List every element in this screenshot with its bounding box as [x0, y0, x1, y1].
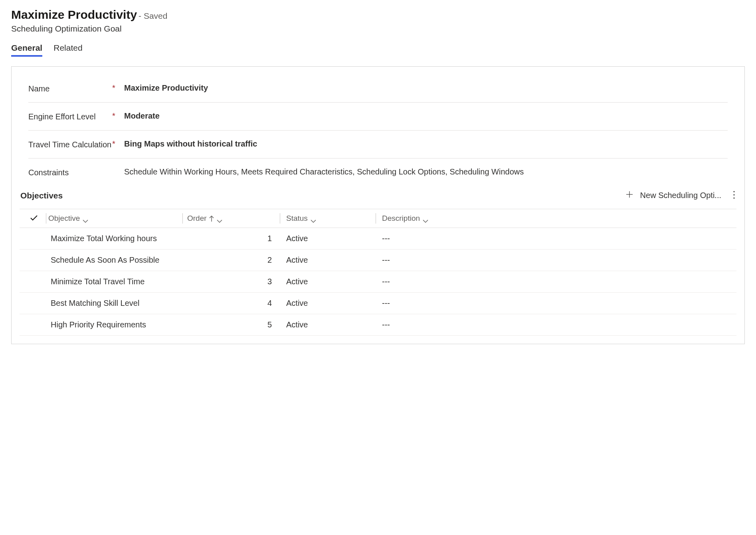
- cell-description: ---: [378, 277, 736, 286]
- new-scheduling-label: New Scheduling Opti...: [640, 191, 721, 200]
- cell-description: ---: [378, 299, 736, 308]
- cell-status: Active: [282, 299, 378, 308]
- tab-list: General Related: [11, 43, 745, 57]
- cell-description: ---: [378, 234, 736, 243]
- svg-point-3: [733, 194, 734, 195]
- field-travel-time[interactable]: Travel Time Calculation * Bing Maps with…: [28, 131, 728, 159]
- svg-point-2: [733, 191, 734, 192]
- cell-description: ---: [378, 256, 736, 265]
- page-header: Maximize Productivity - Saved Scheduling…: [11, 8, 745, 34]
- cell-objective[interactable]: High Priority Requirements: [48, 320, 185, 329]
- save-status: - Saved: [139, 11, 167, 21]
- field-constraints-value[interactable]: Schedule Within Working Hours, Meets Req…: [124, 166, 728, 176]
- arrow-up-icon: [209, 215, 214, 222]
- column-header-status[interactable]: Status: [282, 214, 378, 223]
- cell-status: Active: [282, 277, 378, 286]
- required-indicator: *: [112, 111, 124, 121]
- column-header-order[interactable]: Order: [185, 214, 282, 223]
- table-row[interactable]: Best Matching Skill Level 4 Active ---: [20, 293, 736, 314]
- cell-order: 1: [185, 234, 282, 243]
- cell-order: 4: [185, 299, 282, 308]
- checkmark-icon: [30, 215, 38, 222]
- cell-objective[interactable]: Best Matching Skill Level: [48, 299, 185, 308]
- cell-order: 2: [185, 256, 282, 265]
- tab-related[interactable]: Related: [53, 43, 82, 57]
- cell-status: Active: [282, 234, 378, 243]
- table-row[interactable]: High Priority Requirements 5 Active ---: [20, 314, 736, 336]
- chevron-down-icon: [216, 216, 223, 220]
- chevron-down-icon: [422, 216, 429, 220]
- page-title: Maximize Productivity: [11, 8, 137, 22]
- field-travel-label: Travel Time Calculation: [28, 139, 112, 150]
- cell-objective[interactable]: Minimize Total Travel Time: [48, 277, 185, 286]
- required-indicator: *: [112, 83, 124, 93]
- more-vertical-icon: [733, 194, 735, 200]
- field-engine-label: Engine Effort Level: [28, 111, 112, 122]
- cell-description: ---: [378, 320, 736, 329]
- field-name-value[interactable]: Maximize Productivity: [124, 83, 728, 93]
- cell-status: Active: [282, 320, 378, 329]
- objectives-grid: Objective Order: [20, 209, 736, 336]
- select-all-column[interactable]: [20, 214, 48, 223]
- field-engine-value[interactable]: Moderate: [124, 111, 728, 121]
- objectives-header: Objectives New Scheduling Opti...: [20, 189, 736, 202]
- table-row[interactable]: Minimize Total Travel Time 3 Active ---: [20, 271, 736, 293]
- svg-point-4: [733, 197, 734, 198]
- page-subtitle: Scheduling Optimization Goal: [11, 24, 745, 34]
- chevron-down-icon: [310, 216, 317, 220]
- cell-order: 5: [185, 320, 282, 329]
- tab-general[interactable]: General: [11, 43, 42, 57]
- cell-objective[interactable]: Schedule As Soon As Possible: [48, 256, 185, 265]
- field-name-label: Name: [28, 83, 112, 94]
- more-actions-button[interactable]: [732, 189, 736, 202]
- chevron-down-icon: [82, 216, 89, 220]
- field-travel-value[interactable]: Bing Maps without historical traffic: [124, 139, 728, 149]
- table-row[interactable]: Schedule As Soon As Possible 2 Active --…: [20, 250, 736, 271]
- column-header-objective[interactable]: Objective: [48, 214, 185, 223]
- table-row[interactable]: Maximize Total Working hours 1 Active --…: [20, 228, 736, 250]
- required-indicator: *: [112, 139, 124, 149]
- cell-order: 3: [185, 277, 282, 286]
- required-indicator: [112, 166, 124, 167]
- new-scheduling-button[interactable]: New Scheduling Opti...: [626, 191, 721, 200]
- field-group: Name * Maximize Productivity Engine Effo…: [20, 75, 736, 186]
- field-engine-effort[interactable]: Engine Effort Level * Moderate: [28, 103, 728, 131]
- field-constraints-label: Constraints: [28, 166, 112, 178]
- grid-header-row: Objective Order: [20, 209, 736, 228]
- column-header-description[interactable]: Description: [378, 214, 736, 223]
- cell-status: Active: [282, 256, 378, 265]
- cell-objective[interactable]: Maximize Total Working hours: [48, 234, 185, 243]
- objectives-title: Objectives: [20, 191, 63, 200]
- field-constraints[interactable]: Constraints Schedule Within Working Hour…: [28, 159, 728, 186]
- plus-icon: [626, 191, 633, 200]
- general-panel: Name * Maximize Productivity Engine Effo…: [11, 66, 745, 344]
- field-name[interactable]: Name * Maximize Productivity: [28, 75, 728, 103]
